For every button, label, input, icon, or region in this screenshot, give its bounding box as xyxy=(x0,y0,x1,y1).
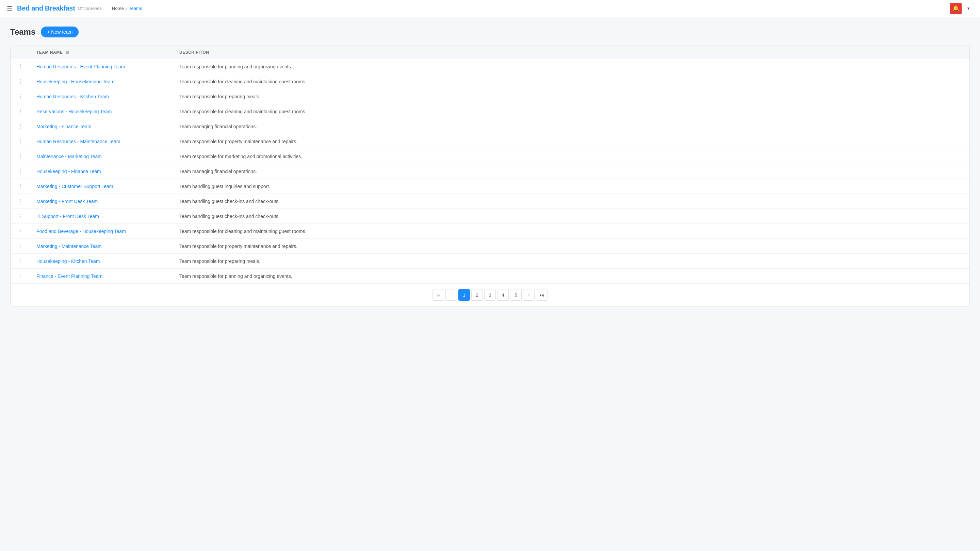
team-name-link[interactable]: Food and Beverage - Housekeeping Team xyxy=(37,229,126,234)
team-description: Team responsible for planning and organi… xyxy=(179,64,292,69)
breadcrumb-home[interactable]: Home xyxy=(112,6,124,11)
row-menu-dots[interactable]: ⋮ xyxy=(16,168,25,175)
table-row: ⋮Maintenance - Marketing TeamTeam respon… xyxy=(11,149,969,164)
row-menu-dots[interactable]: ⋮ xyxy=(16,272,25,279)
chevron-down-icon: ▾ xyxy=(967,6,970,11)
team-name-link[interactable]: Housekeeping - Kitchen Team xyxy=(37,259,100,264)
filter-icon[interactable]: ⊟ xyxy=(66,50,69,55)
table-row: ⋮Reservations - Housekeeping TeamTeam re… xyxy=(11,104,969,119)
breadcrumb-current: Teams xyxy=(129,6,142,11)
team-name-link[interactable]: Marketing - Finance Team xyxy=(37,124,92,129)
table-row: ⋮Housekeeping - Housekeeping TeamTeam re… xyxy=(11,74,969,89)
user-dropdown-button[interactable]: ▾ xyxy=(964,3,973,14)
row-menu-dots[interactable]: ⋮ xyxy=(16,198,25,205)
last-page-button[interactable]: ⏭ xyxy=(536,289,547,301)
page-2-button[interactable]: 2 xyxy=(471,289,483,301)
prev-page-button[interactable]: ‹ xyxy=(445,289,457,301)
team-description: Team managing financial operations. xyxy=(179,124,257,129)
team-description: Team handling guest inquiries and suppor… xyxy=(179,184,270,189)
row-menu-dots[interactable]: ⋮ xyxy=(16,227,25,235)
team-name-link[interactable]: Housekeeping - Housekeeping Team xyxy=(37,79,115,84)
team-description: Team responsible for cleaning and mainta… xyxy=(179,109,307,114)
table-body: ⋮Human Resources - Event Planning TeamTe… xyxy=(11,59,969,306)
row-menu-dots[interactable]: ⋮ xyxy=(16,153,25,160)
team-description: Team handling guest check-ins and check-… xyxy=(179,214,280,219)
team-name-link[interactable]: Finance - Event Planning Team xyxy=(37,273,102,279)
bell-icon: 🔔 xyxy=(953,5,959,11)
row-menu-dots[interactable]: ⋮ xyxy=(16,243,25,250)
table-row: ⋮Human Resources - Event Planning TeamTe… xyxy=(11,59,969,74)
pagination-row: ⏮‹12345›⏭ xyxy=(11,284,969,306)
page-title: Teams xyxy=(10,27,35,37)
team-name-link[interactable]: Human Resources - Kitchen Team xyxy=(37,94,109,99)
table-row: ⋮Human Resources - Maintenance TeamTeam … xyxy=(11,134,969,149)
new-team-button[interactable]: + New team xyxy=(41,27,79,37)
team-description: Team responsible for preparing meals. xyxy=(179,259,260,264)
row-menu-dots[interactable]: ⋮ xyxy=(16,78,25,85)
team-description: Team responsible for property maintenanc… xyxy=(179,139,298,144)
table-row: ⋮IT Support - Front Desk TeamTeam handli… xyxy=(11,209,969,224)
table-header: TEAM NAME ⊟ DESCRIPTION xyxy=(11,46,969,59)
team-description: Team responsible for cleaning and mainta… xyxy=(179,79,307,84)
table-row: ⋮Human Resources - Kitchen TeamTeam resp… xyxy=(11,89,969,104)
row-menu-dots[interactable]: ⋮ xyxy=(16,213,25,220)
team-name-link[interactable]: Housekeeping - Finance Team xyxy=(37,169,101,174)
row-menu-dots[interactable]: ⋮ xyxy=(16,257,25,265)
row-menu-dots[interactable]: ⋮ xyxy=(16,123,25,130)
table-row: ⋮Marketing - Front Desk TeamTeam handlin… xyxy=(11,194,969,209)
team-name-link[interactable]: Marketing - Front Desk Team xyxy=(37,198,98,204)
row-menu-dots[interactable]: ⋮ xyxy=(16,138,25,145)
team-name-link[interactable]: Marketing - Maintenance Team xyxy=(37,243,102,249)
team-name-link[interactable]: Maintenance - Marketing Team xyxy=(37,154,102,159)
col-actions xyxy=(11,46,31,59)
pagination: ⏮‹12345›⏭ xyxy=(433,289,547,301)
teams-table: TEAM NAME ⊟ DESCRIPTION ⋮Human Resources… xyxy=(11,46,969,306)
team-name-link[interactable]: IT Support - Front Desk Team xyxy=(37,214,99,219)
page-3-button[interactable]: 3 xyxy=(484,289,496,301)
header-actions: 🔔 ▾ xyxy=(950,3,973,14)
page-header: Teams + New team xyxy=(10,27,970,37)
hamburger-icon[interactable]: ☰ xyxy=(7,5,12,12)
team-name-link[interactable]: Human Resources - Maintenance Team xyxy=(37,139,120,144)
page-content: Teams + New team TEAM NAME ⊟ DESCRIPTION… xyxy=(0,17,980,316)
row-menu-dots[interactable]: ⋮ xyxy=(16,63,25,70)
table-row: ⋮Food and Beverage - Housekeeping TeamTe… xyxy=(11,224,969,239)
team-description: Team responsible for preparing meals. xyxy=(179,94,260,99)
table-row: ⋮Finance - Event Planning TeamTeam respo… xyxy=(11,269,969,284)
row-menu-dots[interactable]: ⋮ xyxy=(16,93,25,100)
page-5-button[interactable]: 5 xyxy=(510,289,522,301)
team-name-link[interactable]: Human Resources - Event Planning Team xyxy=(37,64,125,69)
team-description: Team responsible for planning and organi… xyxy=(179,273,292,279)
app-header: ☰ Bed and Breakfast OfficeSeries Home » … xyxy=(0,0,980,17)
table-row: ⋮Housekeeping - Kitchen TeamTeam respons… xyxy=(11,254,969,269)
next-page-button[interactable]: › xyxy=(523,289,535,301)
team-description: Team handling guest check-ins and check-… xyxy=(179,198,280,204)
breadcrumb-separator: » xyxy=(125,6,127,11)
app-title: Bed and Breakfast xyxy=(17,5,75,12)
breadcrumb: Home » Teams xyxy=(112,6,142,11)
col-team-name: TEAM NAME ⊟ xyxy=(31,46,174,59)
team-description: Team responsible for cleaning and mainta… xyxy=(179,229,307,234)
team-name-link[interactable]: Marketing - Customer Support Team xyxy=(37,184,113,189)
team-description: Team responsible for property maintenanc… xyxy=(179,243,298,249)
table-row: ⋮Housekeeping - Finance TeamTeam managin… xyxy=(11,164,969,179)
row-menu-dots[interactable]: ⋮ xyxy=(16,108,25,115)
team-name-link[interactable]: Reservations - Housekeeping Team xyxy=(37,109,112,114)
team-description: Team responsible for marketing and promo… xyxy=(179,154,302,159)
table-row: ⋮Marketing - Maintenance TeamTeam respon… xyxy=(11,239,969,254)
app-subtitle: OfficeSeries xyxy=(78,6,102,11)
teams-table-container: TEAM NAME ⊟ DESCRIPTION ⋮Human Resources… xyxy=(10,46,970,306)
first-page-button[interactable]: ⏮ xyxy=(433,289,444,301)
team-description: Team managing financial operations. xyxy=(179,169,257,174)
row-menu-dots[interactable]: ⋮ xyxy=(16,183,25,190)
page-1-button[interactable]: 1 xyxy=(458,289,470,301)
notifications-button[interactable]: 🔔 xyxy=(950,3,962,14)
page-4-button[interactable]: 4 xyxy=(497,289,509,301)
col-description: DESCRIPTION xyxy=(174,46,969,59)
table-row: ⋮Marketing - Customer Support TeamTeam h… xyxy=(11,179,969,194)
table-row: ⋮Marketing - Finance TeamTeam managing f… xyxy=(11,119,969,134)
